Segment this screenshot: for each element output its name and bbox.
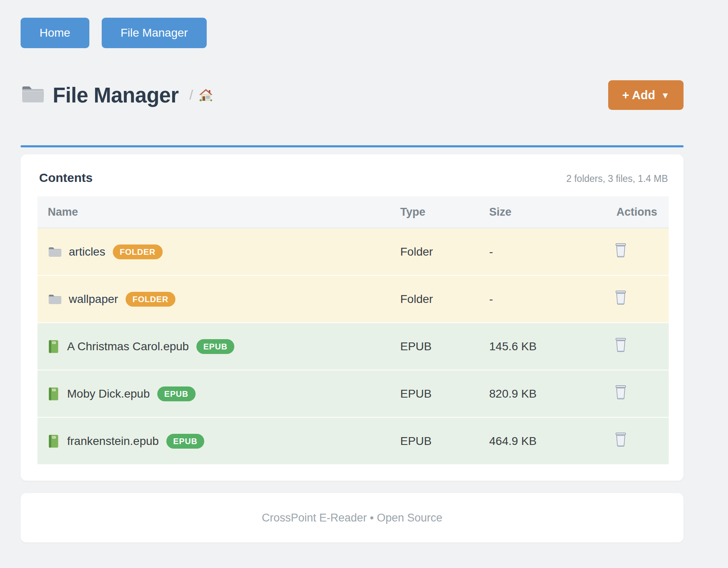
trash-icon (614, 253, 627, 259)
file-size: 145.6 KB (489, 323, 601, 370)
type-badge: EPUB (157, 386, 196, 401)
file-table: Name Type Size Actions articlesFOLDERFol… (37, 196, 669, 464)
contents-summary: 2 folders, 3 files, 1.4 MB (566, 173, 668, 184)
breadcrumb-separator: / (189, 87, 193, 103)
file-name-link[interactable]: A Christmas Carol.epub (67, 340, 189, 353)
contents-card: Contents 2 folders, 3 files, 1.4 MB Name… (21, 154, 684, 481)
page: Home File Manager File Manager / + (0, 0, 728, 568)
table-row: Moby Dick.epubEPUBEPUB820.9 KB (37, 370, 669, 417)
add-button-label: + Add (622, 88, 655, 102)
book-icon (48, 340, 60, 354)
book-icon (48, 434, 60, 448)
add-button[interactable]: + Add ▼ (608, 80, 684, 110)
file-type: EPUB (400, 370, 489, 417)
caret-down-icon: ▼ (661, 91, 670, 100)
trash-icon (614, 347, 627, 354)
col-header-type: Type (400, 196, 489, 228)
file-name-link[interactable]: Moby Dick.epub (67, 387, 150, 400)
trash-icon (614, 300, 627, 306)
col-header-size: Size (489, 196, 601, 228)
folder-icon (48, 293, 62, 305)
title-group: File Manager / (21, 83, 213, 107)
type-badge: EPUB (196, 339, 235, 354)
page-header: File Manager / + Add ▼ (21, 80, 684, 110)
table-row: wallpaperFOLDERFolder- (37, 275, 669, 323)
delete-button[interactable] (614, 385, 627, 400)
col-header-name: Name (37, 196, 400, 228)
table-row: articlesFOLDERFolder- (37, 228, 669, 275)
file-type: Folder (400, 275, 489, 323)
header-rule (21, 145, 684, 147)
table-row: A Christmas Carol.epubEPUBEPUB145.6 KB (37, 323, 669, 370)
type-badge: EPUB (166, 434, 205, 449)
file-type: EPUB (400, 417, 489, 464)
page-title: File Manager (53, 83, 179, 107)
table-header-row: Name Type Size Actions (37, 196, 669, 228)
file-type: EPUB (400, 323, 489, 370)
folder-icon (48, 246, 62, 258)
file-name-link[interactable]: frankenstein.epub (67, 435, 159, 448)
contents-title: Contents (39, 171, 93, 185)
file-size: 820.9 KB (489, 370, 601, 417)
type-badge: FOLDER (113, 244, 163, 259)
delete-button[interactable] (614, 338, 627, 352)
file-name-link[interactable]: wallpaper (69, 293, 118, 306)
file-size: - (489, 228, 601, 275)
file-size: - (489, 275, 601, 323)
file-type: Folder (400, 228, 489, 275)
top-nav: Home File Manager (21, 0, 728, 48)
delete-button[interactable] (614, 432, 627, 447)
footer: CrossPoint E-Reader • Open Source (21, 493, 684, 542)
contents-card-header: Contents 2 folders, 3 files, 1.4 MB (21, 171, 669, 196)
trash-icon (614, 395, 627, 401)
footer-text: CrossPoint E-Reader • Open Source (262, 512, 443, 524)
delete-button[interactable] (614, 243, 627, 258)
file-manager-button[interactable]: File Manager (102, 18, 207, 48)
house-icon[interactable] (199, 88, 213, 102)
home-button[interactable]: Home (21, 18, 89, 48)
folder-icon (21, 84, 44, 106)
col-header-actions: Actions (601, 196, 669, 228)
file-name-link[interactable]: articles (69, 245, 105, 258)
trash-icon (614, 442, 627, 448)
table-row: frankenstein.epubEPUBEPUB464.9 KB (37, 417, 669, 464)
delete-button[interactable] (614, 290, 627, 305)
type-badge: FOLDER (126, 292, 175, 307)
file-size: 464.9 KB (489, 417, 601, 464)
book-icon (48, 387, 60, 401)
